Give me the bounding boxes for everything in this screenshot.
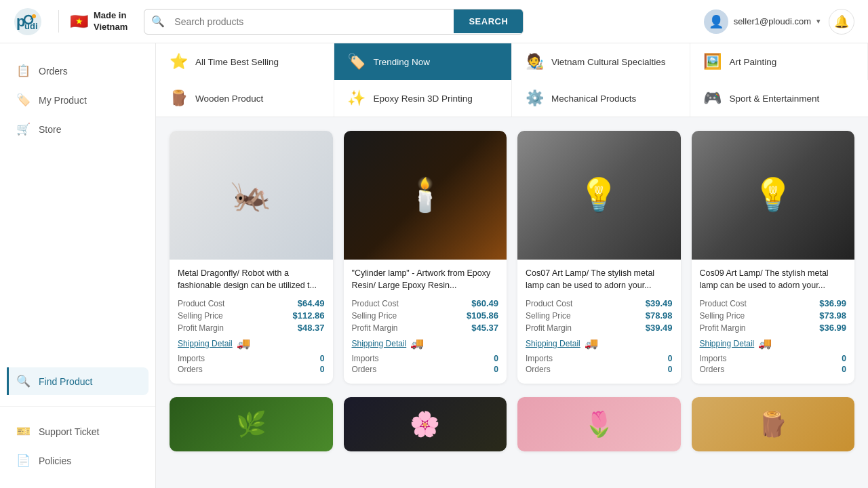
sidebar-item-find-product[interactable]: 🔍 Find Product (7, 367, 149, 395)
product-card[interactable]: 🕯️ "Cylinder lamp" - Artwork from Epoxy … (344, 131, 507, 384)
product-info: Metal Dragonfly/ Robot with a fashionabl… (170, 260, 333, 384)
product-image-placeholder: 🦗 (170, 131, 333, 260)
profit-margin-label: Profit Margin (352, 323, 398, 333)
profit-margin-value: $45.37 (471, 323, 498, 333)
vietnam-flag-icon: 🇻🇳 (70, 13, 88, 30)
sidebar-item-orders-label: Orders (39, 66, 68, 77)
orders-row: Orders 0 (700, 365, 847, 374)
shipping-truck-icon: 🚚 (410, 337, 424, 350)
product-card[interactable]: 💡 Cos09 Art Lamp/ The stylish metal lamp… (692, 131, 855, 384)
product-cost-value: $39.49 (646, 298, 673, 308)
selling-price-label: Selling Price (700, 311, 745, 321)
profit-margin-row: Profit Margin $39.49 (526, 323, 673, 333)
mechanical-icon: ⚙️ (524, 89, 545, 107)
bottom-product-card[interactable]: 🌿 (170, 397, 333, 451)
profit-margin-row: Profit Margin $48.37 (178, 323, 325, 333)
category-mechanical[interactable]: ⚙️ Mechanical Products (512, 80, 690, 117)
sidebar-item-policies-label: Policies (39, 455, 71, 466)
product-info: "Cylinder lamp" - Artwork from Epoxy Res… (344, 260, 507, 384)
shipping-detail-link[interactable]: Shipping Detail (178, 339, 233, 348)
user-menu[interactable]: 👤 seller1@ploudi.com ▾ (704, 9, 821, 34)
sidebar-bottom: 🎫 Support Ticket 📄 Policies (0, 406, 155, 474)
product-image-placeholder: 💡 (692, 131, 855, 260)
shipping-detail-link[interactable]: Shipping Detail (700, 339, 755, 348)
epoxy-icon: ✨ (347, 89, 367, 107)
logo[interactable]: p udi (14, 7, 42, 36)
product-cost-label: Product Cost (526, 299, 572, 308)
header: p udi 🇻🇳 Made in Vietnam 🔍 SEARCH 👤 sell… (0, 0, 868, 43)
selling-price-row: Selling Price $78.98 (526, 310, 673, 321)
bottom-card-image: 🌿 (170, 397, 333, 451)
imports-value: 0 (320, 354, 325, 363)
made-in-vietnam: 🇻🇳 Made in Vietnam (58, 10, 127, 33)
category-epoxy[interactable]: ✨ Epoxy Resin 3D Printing (334, 80, 513, 117)
sidebar-item-orders[interactable]: 📋 Orders (7, 57, 149, 85)
category-epoxy-label: Epoxy Resin 3D Printing (374, 94, 473, 104)
sidebar-item-support-ticket[interactable]: 🎫 Support Ticket (7, 418, 149, 445)
trending-icon: 🏷️ (347, 53, 367, 70)
selling-price-label: Selling Price (526, 311, 571, 321)
category-art-painting[interactable]: 🖼️ Art Painting (690, 43, 869, 80)
product-cost-row: Product Cost $39.49 (526, 298, 673, 308)
category-vietnam-label: Vietnam Cultural Specialties (551, 57, 666, 67)
selling-price-row: Selling Price $105.86 (352, 310, 499, 321)
sidebar-item-store[interactable]: 🛒 Store (7, 115, 149, 143)
category-sport[interactable]: 🎮 Sport & Entertainment (690, 80, 869, 117)
sidebar-item-policies[interactable]: 📄 Policies (7, 447, 149, 474)
imports-label: Imports (352, 354, 379, 363)
category-best-selling[interactable]: ⭐ All Time Best Selling (156, 43, 334, 80)
product-title: "Cylinder lamp" - Artwork from Epoxy Res… (352, 268, 499, 291)
selling-price-label: Selling Price (352, 311, 397, 321)
avatar: 👤 (704, 9, 728, 34)
orders-value: 0 (494, 365, 498, 374)
bottom-product-card[interactable]: 🌷 (517, 397, 681, 451)
product-cost-value: $36.99 (819, 298, 846, 308)
orders-row: Orders 0 (352, 365, 499, 374)
profit-margin-value: $48.37 (298, 323, 325, 333)
sidebar-item-my-product[interactable]: 🏷️ My Product (7, 86, 149, 114)
made-in-country: Vietnam (94, 22, 127, 33)
category-bar: ⭐ All Time Best Selling 🏷️ Trending Now … (156, 43, 868, 117)
imports-label: Imports (178, 354, 205, 363)
profit-margin-row: Profit Margin $36.99 (700, 323, 847, 333)
notification-bell-button[interactable]: 🔔 (829, 9, 854, 35)
orders-value: 0 (668, 365, 673, 374)
category-sport-label: Sport & Entertainment (730, 94, 820, 104)
category-wooden[interactable]: 🪵 Wooden Product (156, 80, 334, 117)
bottom-product-card[interactable]: 🌸 (344, 397, 507, 451)
search-button[interactable]: SEARCH (454, 9, 523, 33)
product-image: 💡 (517, 131, 681, 260)
sidebar-nav: 📋 Orders 🏷️ My Product 🛒 Store (0, 57, 155, 212)
profit-margin-label: Profit Margin (178, 323, 224, 333)
user-email: seller1@ploudi.com (734, 16, 811, 26)
imports-label: Imports (526, 354, 553, 363)
product-cost-label: Product Cost (352, 299, 399, 308)
profit-margin-label: Profit Margin (700, 323, 746, 333)
vietnam-cultural-icon: 🧑‍🎨 (524, 53, 545, 70)
sidebar-item-support-ticket-label: Support Ticket (39, 426, 100, 437)
bottom-product-card[interactable]: 🪵 (692, 397, 855, 451)
bottom-card-image: 🌸 (344, 397, 507, 451)
main-layout: 📋 Orders 🏷️ My Product 🛒 Store 🔍 Find Pr… (0, 43, 868, 488)
store-icon: 🛒 (16, 122, 31, 136)
orders-label: Orders (526, 365, 551, 374)
search-icon: 🔍 (144, 15, 172, 28)
product-title: Metal Dragonfly/ Robot with a fashionabl… (178, 268, 325, 291)
shipping-detail-link[interactable]: Shipping Detail (526, 339, 580, 348)
category-trending-now[interactable]: 🏷️ Trending Now (334, 43, 513, 80)
category-vietnam-cultural[interactable]: 🧑‍🎨 Vietnam Cultural Specialties (512, 43, 690, 80)
product-card[interactable]: 💡 Cos07 Art Lamp/ The stylish metal lamp… (517, 131, 681, 384)
orders-value: 0 (320, 365, 325, 374)
best-selling-icon: ⭐ (168, 53, 189, 70)
product-card[interactable]: 🦗 Metal Dragonfly/ Robot with a fashiona… (170, 131, 333, 384)
orders-row: Orders 0 (526, 365, 673, 374)
imports-row: Imports 0 (700, 354, 847, 363)
imports-row: Imports 0 (526, 354, 673, 363)
search-input[interactable] (172, 9, 454, 34)
shipping-row: Shipping Detail 🚚 (352, 337, 499, 350)
category-mechanical-label: Mechanical Products (551, 94, 636, 104)
selling-price-value: $105.86 (467, 310, 498, 321)
profit-margin-value: $36.99 (819, 323, 846, 333)
shipping-detail-link[interactable]: Shipping Detail (352, 339, 407, 348)
orders-icon: 📋 (16, 64, 31, 78)
